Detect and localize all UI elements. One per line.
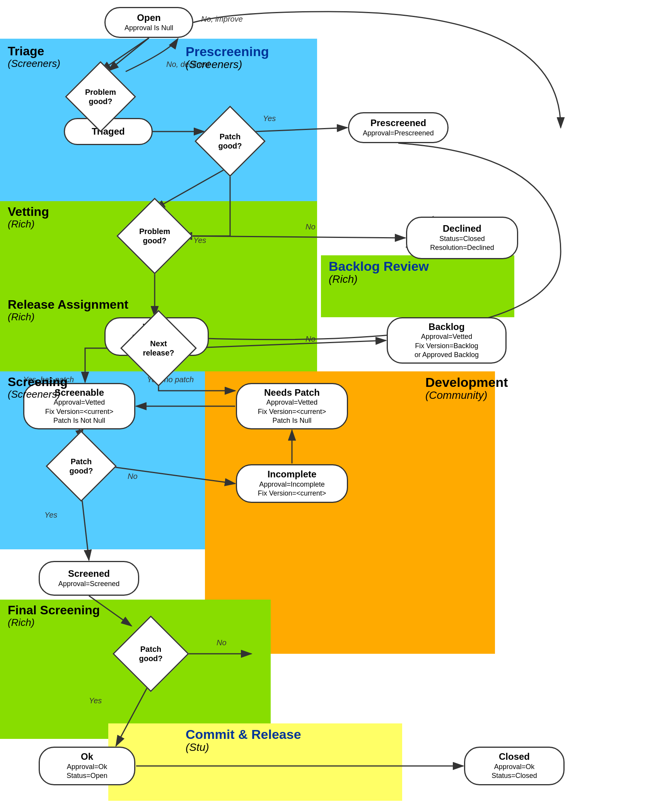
label-yes-final: Yes xyxy=(89,696,102,705)
label-triage: Triage (Screeners) xyxy=(8,44,60,69)
triage-subtitle: (Screeners) xyxy=(8,58,60,69)
node-screened: Screened Approval=Screened xyxy=(39,561,139,596)
node-closed: Closed Approval=Ok Status=Closed xyxy=(464,747,565,785)
declined-title: Declined xyxy=(443,223,481,234)
diamond-patch-screening-text: Patchgood? xyxy=(56,441,106,491)
diamond-next-release-text: Nextrelease? xyxy=(131,321,186,375)
needs-patch-subtitle: Approval=Vetted Fix Version=<current> Pa… xyxy=(258,398,326,425)
incomplete-subtitle: Approval=Incomplete Fix Version=<current… xyxy=(258,480,326,498)
label-vetting: Vetting (Rich) xyxy=(8,205,49,230)
label-yes-prescreening: Yes xyxy=(263,114,276,123)
screening-subtitle: (Screeners) xyxy=(8,389,68,400)
diamond-patch-final-text: Patchgood? xyxy=(124,627,178,681)
final-screening-title: Final Screening xyxy=(8,603,100,617)
final-screening-subtitle: (Rich) xyxy=(8,617,100,628)
diamond-problem-vetting: Problemgood? xyxy=(128,209,182,263)
ok-subtitle: Approval=Ok Status=Open xyxy=(67,762,108,781)
node-ok: Ok Approval=Ok Status=Open xyxy=(39,747,135,785)
diamond-patch-prescreening: Patchgood? xyxy=(205,116,255,166)
label-commit: Commit & Release (Stu) xyxy=(186,727,301,754)
label-final-screening: Final Screening (Rich) xyxy=(8,603,100,628)
label-prescreening: Prescreening (Screeners) xyxy=(186,44,269,71)
diamond-next-release: Nextrelease? xyxy=(131,321,186,375)
development-subtitle: (Community) xyxy=(425,390,508,402)
node-prescreened: Prescreened Approval=Prescreened xyxy=(348,112,449,143)
label-no-improve: No, improve xyxy=(201,15,243,24)
development-title: Development xyxy=(425,375,508,390)
closed-title: Closed xyxy=(499,751,530,762)
open-title: Open xyxy=(137,12,160,24)
vetting-title: Vetting xyxy=(8,205,49,219)
label-yes-vetting: Yes xyxy=(193,236,206,245)
commit-title: Commit & Release xyxy=(186,727,301,742)
release-subtitle: (Rich) xyxy=(8,311,128,323)
diamond-patch-screening: Patchgood? xyxy=(56,441,106,491)
release-title: Release Assignment xyxy=(8,298,128,311)
label-backlog-review: Backlog Review (Rich) xyxy=(329,259,429,285)
screened-title: Screened xyxy=(68,568,110,580)
label-no-screening: No xyxy=(128,472,138,481)
label-no-vetting: No xyxy=(305,222,316,231)
backlog-title: Backlog xyxy=(428,321,464,333)
label-development: Development (Community) xyxy=(425,375,508,402)
label-screening: Screening (Screeners) xyxy=(8,375,68,400)
backlog-review-title: Backlog Review xyxy=(329,259,429,274)
prescreening-subtitle: (Screeners) xyxy=(186,59,269,71)
diamond-patch-final: Patchgood? xyxy=(124,627,178,681)
diagram-container: Triage (Screeners) Prescreening (Screene… xyxy=(0,0,645,812)
prescreening-title: Prescreening xyxy=(186,44,269,59)
screening-title: Screening xyxy=(8,375,68,389)
diamond-problem-triage-text: Problemgood? xyxy=(75,72,126,122)
needs-patch-title: Needs Patch xyxy=(264,387,320,398)
label-release: Release Assignment (Rich) xyxy=(8,298,128,323)
prescreened-title: Prescreened xyxy=(370,118,426,129)
open-subtitle: Approval Is Null xyxy=(125,24,173,32)
node-backlog: Backlog Approval=Vetted Fix Version=Back… xyxy=(387,317,507,364)
label-yes-screening: Yes xyxy=(44,511,57,520)
incomplete-title: Incomplete xyxy=(268,469,317,480)
ok-title: Ok xyxy=(81,751,93,762)
diamond-problem-vetting-text: Problemgood? xyxy=(128,209,182,263)
vetting-subtitle: (Rich) xyxy=(8,219,49,230)
closed-subtitle: Approval=Ok Status=Closed xyxy=(491,762,537,781)
triage-title: Triage xyxy=(8,44,60,58)
commit-subtitle: (Stu) xyxy=(186,742,301,754)
node-needs-patch: Needs Patch Approval=Vetted Fix Version=… xyxy=(236,383,348,429)
node-open: Open Approval Is Null xyxy=(104,7,193,38)
prescreened-subtitle: Approval=Prescreened xyxy=(363,129,434,138)
node-incomplete: Incomplete Approval=Incomplete Fix Versi… xyxy=(236,464,348,503)
node-declined: Declined Status=Closed Resolution=Declin… xyxy=(406,217,518,259)
label-no-final: No xyxy=(217,638,227,647)
screenable-subtitle: Approval=Vetted Fix Version=<current> Pa… xyxy=(45,398,114,425)
declined-subtitle: Status=Closed Resolution=Declined xyxy=(430,234,494,253)
label-no-release: No xyxy=(305,335,316,344)
diamond-patch-prescreening-text: Patchgood? xyxy=(205,116,255,166)
diamond-problem-triage: Problemgood? xyxy=(75,72,126,122)
backlog-subtitle: Approval=Vetted Fix Version=Backlog or A… xyxy=(415,332,479,359)
screened-subtitle: Approval=Screened xyxy=(58,580,120,588)
backlog-review-subtitle: (Rich) xyxy=(329,274,429,285)
